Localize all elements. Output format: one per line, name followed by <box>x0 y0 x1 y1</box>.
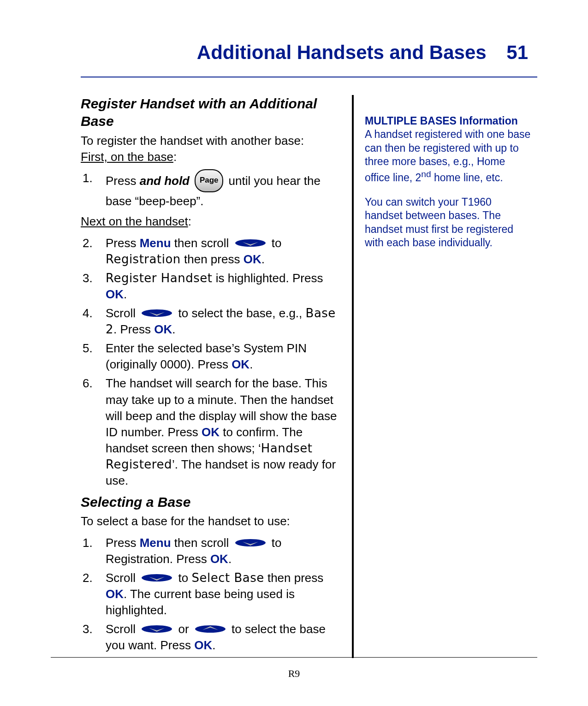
section-heading-selecting: Selecting a Base <box>81 493 339 511</box>
step-1: Press and hold Page until you hear the b… <box>81 170 339 209</box>
sidebar-sup: nd <box>421 169 431 179</box>
step-2: Press Menu then scroll to Registration t… <box>81 235 339 267</box>
step-5: Enter the selected base’s System PIN (or… <box>81 340 339 373</box>
scroll-down-icon <box>234 239 267 247</box>
column-divider <box>352 95 354 658</box>
steps-list-2: Press Menu then scroll to Registration t… <box>81 235 339 489</box>
scroll-down-icon <box>141 309 173 317</box>
page-number: 51 <box>506 42 528 64</box>
sidebar-block-1: MULTIPLE BASES Information A handset reg… <box>365 114 531 184</box>
scroll-up-icon <box>194 625 226 633</box>
scroll-down-icon <box>141 625 173 633</box>
steps-list-1: Press and hold Page until you hear the b… <box>81 170 339 209</box>
step-3: Register Handset is highlighted. Press O… <box>81 270 339 303</box>
phase2-label: Next on the handset: <box>81 214 339 229</box>
sidebar-block-2: You can switch your T1960 handset betwee… <box>365 196 531 250</box>
step-6: The handset will search for the base. Th… <box>81 375 339 489</box>
phase1-label: First, on the base: <box>81 149 339 165</box>
section-heading-register: Register Handset with an Additional Base <box>81 95 339 131</box>
page-container: Additional Handsets and Bases 51 Registe… <box>0 0 588 706</box>
sel-step-2: Scroll to Select Base then press OK. The… <box>81 570 339 618</box>
intro-text: To register the handset with another bas… <box>81 133 339 148</box>
step-4: Scroll to select the base, e.g., Base 2.… <box>81 305 339 338</box>
page-button-icon: Page <box>195 169 223 192</box>
header-rule <box>81 77 537 77</box>
columns: Register Handset with an Additional Base… <box>81 95 537 658</box>
sidebar-title: MULTIPLE BASES Information <box>365 114 531 128</box>
intro-text-2: To select a base for the handset to use: <box>81 514 339 529</box>
sidebar-p1b: home line, etc. <box>431 171 503 183</box>
footer-rule <box>51 657 537 658</box>
chapter-title: Additional Handsets and Bases <box>197 42 487 63</box>
scroll-down-icon <box>234 539 267 547</box>
main-column: Register Handset with an Additional Base… <box>81 95 352 658</box>
page-header: Additional Handsets and Bases 51 <box>81 42 537 64</box>
footer-text: R9 <box>0 668 588 680</box>
sidebar-column: MULTIPLE BASES Information A handset reg… <box>365 95 531 658</box>
sel-step-3: Scroll or to select the base you want. P… <box>81 621 339 653</box>
sel-step-1: Press Menu then scroll to Registration. … <box>81 535 339 567</box>
scroll-down-icon <box>141 574 173 582</box>
steps-list-3: Press Menu then scroll to Registration. … <box>81 535 339 654</box>
